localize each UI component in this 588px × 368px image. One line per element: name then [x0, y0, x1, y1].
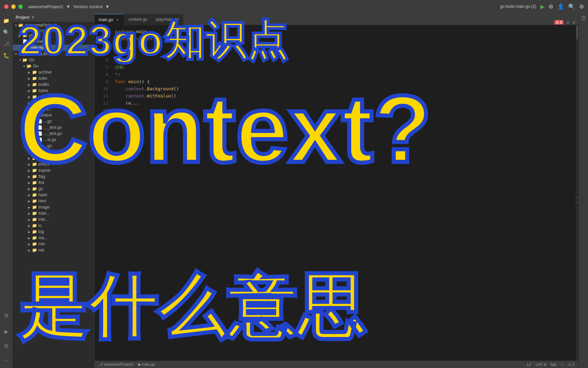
tree-item-go2[interactable]: ▼ 📂 Go [13, 63, 94, 69]
build-command-label[interactable]: go build main.go (2) [500, 4, 536, 9]
tab-contextgo-label: context.go [129, 17, 147, 22]
search-icon[interactable]: 🔍 [568, 3, 575, 10]
tree-item-context-file4[interactable]: 📄 ...st.go [13, 137, 94, 143]
arrow-icon: ▶ [28, 212, 32, 215]
settings-icon[interactable]: ⚙ [579, 3, 584, 10]
tree-item-bufio[interactable]: ▶ 📁 bufio [13, 75, 94, 81]
sidebar-icon-terminal[interactable]: ⊞ [1, 341, 12, 351]
tree-item-cmd[interactable]: ▶ 📁 cmd [13, 94, 94, 100]
tab-playmaingo[interactable]: play/main.go [152, 14, 183, 25]
tree-item-min[interactable]: ▶ 📁 min [13, 241, 94, 247]
scroll-thumb[interactable] [576, 26, 578, 40]
debug-icon[interactable]: ⚙ [549, 3, 553, 10]
tree-item-hash[interactable]: ▶ 📁 hash [13, 192, 94, 198]
sidebar-icon-debug[interactable]: 🐛 [1, 50, 12, 61]
file-icon: 📄 [37, 143, 43, 148]
minimize-button[interactable] [11, 4, 16, 9]
tree-item-context-file1[interactable]: 📄 ...go [13, 118, 94, 124]
tree-item-play[interactable]: ▶ 📁 play [13, 32, 94, 39]
project-label: Project [16, 15, 30, 20]
tree-item-image[interactable]: ▶ 📁 image [13, 204, 94, 210]
tree-item-builtin[interactable]: ▶ 📁 builtin [13, 81, 94, 88]
tree-item-context-file5[interactable]: 📄 ...go [13, 143, 94, 149]
project-name-label[interactable]: awesomeProject1 [28, 4, 63, 9]
tree-item-go3[interactable]: ▶ 📁 go [13, 186, 94, 192]
tree-item-encoding[interactable]: ▶ 📁 encoding [13, 155, 94, 161]
tree-root[interactable]: ▼ 📂 awesomeProject1 [13, 22, 94, 28]
arrow-icon: ▶ [28, 83, 32, 87]
status-lf[interactable]: LF [527, 363, 532, 367]
maximize-button[interactable] [18, 4, 23, 9]
tree-label-compress: compress [38, 101, 56, 105]
arrow-icon: ▶ [18, 34, 22, 37]
folder-icon-flag: 📁 [32, 174, 37, 179]
tree-item-inte[interactable]: ▶ 📁 inte... [13, 216, 94, 223]
code-content[interactable]: package main import "context" /* 写 × 传值 … [111, 25, 576, 361]
tree-item-fmt[interactable]: ▶ 📁 fmt [13, 180, 94, 186]
tree-item-ma[interactable]: ▶ 📁 ma... [13, 235, 94, 241]
folder-icon-bytes: 📁 [32, 88, 37, 93]
sidebar-icon-folder[interactable]: 📁 [1, 16, 12, 26]
version-control-label[interactable]: Version control [73, 4, 102, 9]
tree-label-go2: Go [33, 64, 38, 68]
sidebar-icon-run[interactable]: ▶ [1, 326, 12, 337]
tree-label-errors: errors [38, 162, 49, 167]
tab-maingo-close[interactable]: × [115, 17, 120, 22]
tree-label-bufio: bufio [38, 76, 47, 81]
tree-label-external: External Libraries [25, 51, 56, 56]
status-branch[interactable]: ⎇ awesomeProject1 [99, 362, 134, 367]
sidebar-icon-settings[interactable]: ⚙ [1, 312, 12, 322]
tree-item-flag[interactable]: ▶ 📁 flag [13, 173, 94, 180]
tree-item-external[interactable]: ▼ 📂 External Libraries [13, 51, 94, 57]
run-icon[interactable]: ▶ [540, 3, 544, 10]
sidebar-icon-dots[interactable]: ⋯ [1, 355, 12, 365]
tab-expand-icon[interactable]: ∧ [566, 19, 570, 25]
tree-item-compress[interactable]: ▶ 📁 compress [13, 100, 94, 106]
tree-item-net[interactable]: ▶ 📁 net [13, 247, 94, 253]
arrow-icon: ▼ [14, 52, 18, 56]
arrow-icon: ▶ [28, 181, 32, 185]
tree-label-maingo: main.go [29, 45, 44, 50]
tab-maingo[interactable]: main.go × [95, 14, 125, 25]
close-button[interactable] [4, 4, 9, 9]
arrow-icon: ▶ [28, 95, 32, 99]
tree-item-inde[interactable]: ▶ 📁 inde... [13, 210, 94, 216]
tree-item-errors[interactable]: ▶ 📁 errors [13, 161, 94, 167]
tree-item-maingo[interactable]: 📄 main.go [13, 45, 94, 51]
tree-item-io[interactable]: ▶ 📁 io [13, 223, 94, 229]
tree-item-bytes[interactable]: ▶ 📁 bytes [13, 88, 94, 94]
code-line-3: import "context" [115, 35, 572, 42]
tree-item-archive[interactable]: ▶ 📁 archive [13, 69, 94, 75]
tab-collapse-icon[interactable]: ∨ [572, 19, 576, 25]
tree-item-log[interactable]: ▶ 📁 log [13, 229, 94, 235]
folder-icon-archive: 📁 [32, 70, 37, 75]
code-line-17: context.WithValue() [115, 92, 572, 99]
status-encoding[interactable]: UTF-8 [536, 363, 546, 367]
tree-item-gomod[interactable]: 📄 go.mod [13, 39, 94, 45]
status-indent[interactable]: Tab [550, 363, 556, 367]
right-sidebar-icon-1[interactable]: ☰ [580, 14, 587, 22]
tree-label-embed: emb... [38, 150, 50, 154]
tree-label-inte: inte... [38, 217, 48, 222]
tree-item-go1[interactable]: ▼ 📂 Go [13, 57, 94, 63]
user-icon[interactable]: 👤 [557, 3, 564, 10]
tree-item-conta[interactable]: ▶ 📁 conta... [13, 106, 94, 112]
tree-item-expvar[interactable]: ▶ 📁 expvar [13, 167, 94, 173]
code-line-15: func main() { [115, 78, 572, 85]
arrow-icon: ▶ [28, 248, 32, 252]
root-path: ~/GolandProjects/awesc... [13, 28, 94, 32]
code-editor[interactable]: 1 2 3 5 6 7 8 9 10 11 12 13 14 15 16 17 … [95, 25, 578, 361]
sidebar-icon-git[interactable]: ⎇ [1, 39, 12, 49]
tree-item-html[interactable]: ▶ 📁 html [13, 198, 94, 204]
chevron-icon: ▼ [66, 4, 70, 9]
sidebar-icon-search[interactable]: 🔍 [1, 27, 12, 37]
tree-item-context-file2[interactable]: 📄 ..._test.go [13, 124, 94, 131]
editor-scrollbar[interactable]: — — [576, 25, 578, 361]
tree-item-context-file3[interactable]: 📄 ..._test.go [13, 131, 94, 137]
tree-item-context[interactable]: ▼ 📂 context [13, 112, 94, 118]
file-icon: 📄 [37, 125, 43, 130]
tree-item-embed[interactable]: ▶ 📁 emb... [13, 149, 94, 155]
tab-contextgo[interactable]: context.go [125, 14, 152, 25]
folder-icon-net: 📁 [32, 248, 37, 252]
tree-label-context-file2: ..._test.go [44, 125, 62, 130]
